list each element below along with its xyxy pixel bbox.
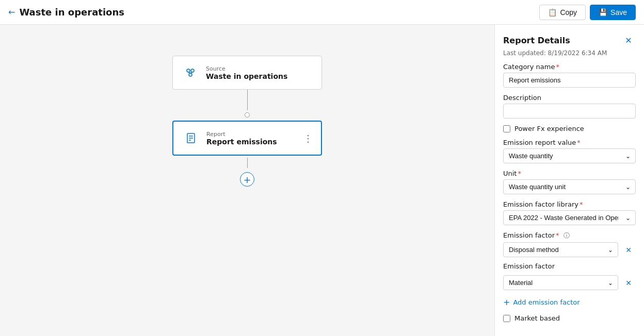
emission-factor-1-select[interactable]: Disposal method	[503, 242, 618, 257]
emission-report-value-select[interactable]: Waste quantity	[503, 148, 636, 163]
save-button[interactable]: 💾 Save	[590, 5, 636, 20]
svg-point-1	[191, 69, 194, 72]
save-icon: 💾	[599, 8, 607, 16]
market-based-row: Market based	[503, 314, 636, 322]
emission-factor-2-clear-button[interactable]: ✕	[621, 276, 636, 290]
emission-factor-label: Emission factor* ⓘ	[503, 231, 636, 240]
power-fx-label[interactable]: Power Fx experience	[514, 125, 584, 132]
emission-factor-info-icon[interactable]: ⓘ	[564, 232, 570, 239]
report-icon	[182, 129, 200, 147]
panel-header: Report Details ✕	[495, 25, 644, 49]
add-connector-line	[247, 158, 248, 168]
emission-factor-2-label: Emission factor	[503, 262, 555, 273]
report-node-content: Report Report emissions	[206, 131, 297, 146]
top-bar: ← Waste in operations 📋 Copy 💾 Save	[0, 0, 644, 25]
unit-select[interactable]: Waste quantity unit	[503, 179, 636, 194]
emission-factor-2-select[interactable]: Material	[503, 275, 618, 290]
copy-icon: 📋	[548, 8, 557, 16]
copy-button[interactable]: 📋 Copy	[539, 5, 586, 20]
connector-1	[245, 90, 250, 121]
report-node-menu[interactable]: ⋮	[303, 133, 313, 144]
power-fx-checkbox[interactable]	[503, 125, 510, 132]
connector-line-1	[247, 90, 248, 110]
emission-factor-row-2b: Material ⌄ ✕	[503, 275, 636, 290]
right-panel: Report Details ✕ Last updated: 8/19/2022…	[494, 25, 644, 336]
back-button[interactable]: ←	[8, 7, 15, 17]
panel-subtitle: Last updated: 8/19/2022 6:34 AM	[495, 49, 644, 63]
emission-report-value-label: Emission report value*	[503, 139, 636, 146]
svg-line-3	[188, 72, 190, 73]
panel-body: Category name* Description Power Fx expe…	[495, 63, 644, 330]
report-node-name: Report emissions	[206, 138, 297, 146]
description-input[interactable]	[503, 104, 636, 119]
flow-container: Source Waste in operations	[172, 56, 322, 187]
svg-line-4	[190, 72, 192, 73]
category-name-field-group: Category name*	[503, 63, 636, 88]
report-node[interactable]: Report Report emissions ⋮	[172, 121, 322, 156]
save-label: Save	[610, 8, 627, 16]
emission-factor-row-1: Disposal method ⌄ ✕	[503, 242, 636, 257]
unit-label: Unit*	[503, 170, 636, 177]
emission-factor-1-wrapper: Disposal method ⌄	[503, 242, 618, 257]
unit-wrapper: Waste quantity unit ⌄	[503, 179, 636, 194]
emission-factor-1-clear-button[interactable]: ✕	[621, 243, 636, 257]
add-emission-factor-label: Add emission factor	[513, 298, 579, 306]
svg-point-0	[187, 69, 190, 72]
source-node-name: Waste in operations	[206, 72, 313, 80]
close-panel-button[interactable]: ✕	[621, 33, 636, 47]
source-icon	[181, 63, 200, 82]
connector-dot-1	[245, 112, 250, 117]
top-bar-actions: 📋 Copy 💾 Save	[539, 5, 636, 20]
description-label: Description	[503, 94, 636, 102]
market-based-checkbox[interactable]	[503, 315, 510, 322]
canvas: Source Waste in operations	[0, 25, 494, 336]
emission-factor-library-group: Emission factor library* EPA 2022 - Wast…	[503, 200, 636, 225]
emission-factor-library-wrapper: EPA 2022 - Waste Generated in Opera... ⌄	[503, 210, 636, 225]
category-name-label: Category name*	[503, 63, 636, 71]
emission-factor-library-label: Emission factor library*	[503, 200, 636, 208]
emission-factor-row-2: Emission factor	[503, 262, 636, 273]
category-name-input[interactable]	[503, 73, 636, 88]
top-bar-left: ← Waste in operations	[8, 7, 124, 18]
market-based-label[interactable]: Market based	[514, 314, 560, 322]
copy-label: Copy	[560, 8, 577, 16]
unit-field-group: Unit* Waste quantity unit ⌄	[503, 170, 636, 194]
emission-factor-2-wrapper: Material ⌄	[503, 275, 618, 290]
panel-title: Report Details	[503, 36, 570, 45]
report-node-type: Report	[206, 131, 297, 138]
source-node[interactable]: Source Waste in operations	[172, 56, 322, 90]
emission-factor-library-select[interactable]: EPA 2022 - Waste Generated in Opera...	[503, 210, 636, 225]
source-node-content: Source Waste in operations	[206, 65, 313, 80]
add-emission-factor-button[interactable]: + Add emission factor	[503, 296, 636, 308]
page-title: Waste in operations	[19, 7, 124, 18]
emission-report-value-wrapper: Waste quantity ⌄	[503, 148, 636, 163]
add-emission-factor-icon: +	[503, 297, 510, 307]
svg-point-2	[189, 73, 192, 76]
emission-report-value-group: Emission report value* Waste quantity ⌄	[503, 139, 636, 163]
description-field-group: Description	[503, 94, 636, 119]
source-node-type: Source	[206, 65, 313, 72]
power-fx-row: Power Fx experience	[503, 125, 636, 132]
emission-factor-group: Emission factor* ⓘ Disposal method ⌄ ✕ E	[503, 231, 636, 290]
add-node-button[interactable]: +	[240, 172, 254, 187]
main-area: Source Waste in operations	[0, 25, 644, 336]
